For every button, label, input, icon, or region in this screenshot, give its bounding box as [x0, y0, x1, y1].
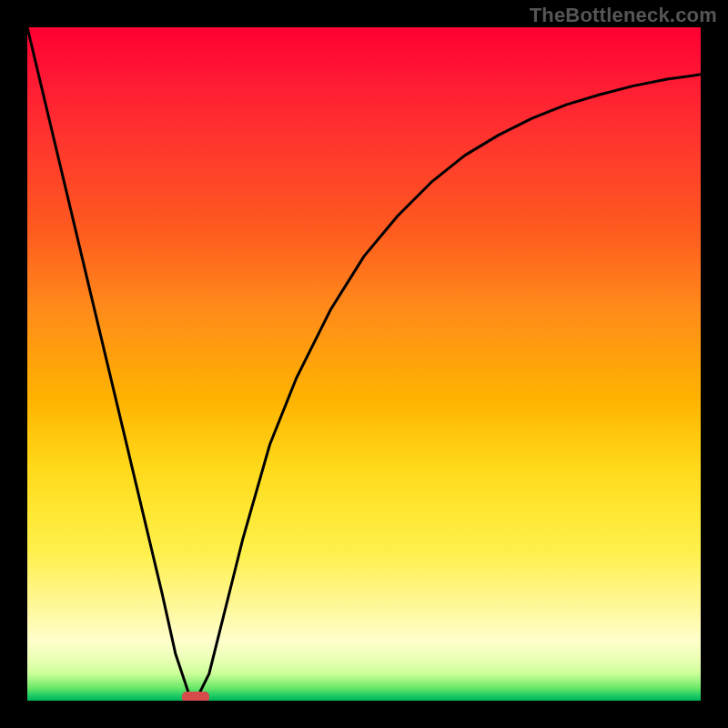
plot-area — [27, 27, 701, 701]
chart-svg — [27, 27, 701, 701]
chart-frame: TheBottleneck.com — [0, 0, 728, 728]
optimum-marker — [182, 692, 209, 701]
bottleneck-curve — [27, 27, 701, 701]
watermark-label: TheBottleneck.com — [530, 4, 717, 27]
